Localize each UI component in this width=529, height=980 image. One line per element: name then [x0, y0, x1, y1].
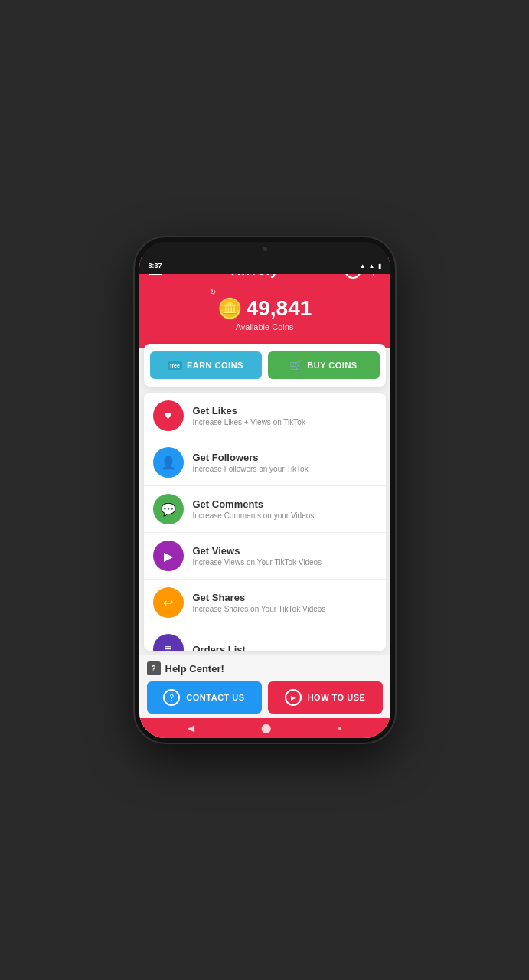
get-likes-title: Get Likes: [193, 405, 305, 416]
refresh-icon[interactable]: ↻: [210, 288, 216, 296]
list-item-get-shares[interactable]: ↩ Get Shares Increase Shares on Your Tik…: [144, 580, 386, 626]
list-item-get-views[interactable]: ▶ Get Views Increase Views on Your TikTo…: [144, 533, 386, 580]
action-buttons-card: free EARN COINS 🛒 BUY COINS: [144, 344, 386, 387]
get-followers-title: Get Followers: [193, 452, 309, 463]
contact-icon: ?: [163, 689, 180, 706]
menu-list: ♥ Get Likes Increase Likes + Views on Ti…: [144, 393, 386, 651]
side-button-right: [393, 334, 395, 364]
get-likes-text: Get Likes Increase Likes + Views on TikT…: [193, 405, 305, 426]
coins-amount: 49,841: [247, 296, 312, 321]
get-shares-title: Get Shares: [193, 592, 326, 603]
get-comments-icon: 💬: [153, 494, 184, 524]
help-title-row: ? Help Center!: [147, 662, 383, 675]
list-item-get-followers[interactable]: 👤 Get Followers Increase Followers on yo…: [144, 439, 386, 486]
get-views-text: Get Views Increase Views on Your TikTok …: [193, 545, 322, 567]
screen: 8:37 ▲ ▲ ▮ TikToly ? ⋮ ↻: [139, 257, 390, 738]
get-followers-subtitle: Increase Followers on your TikTok: [193, 465, 309, 473]
bottom-navigation: ◀ ⬤ ▪: [139, 718, 390, 738]
battery-icon: ▮: [378, 263, 381, 270]
orders-list-title: Orders List: [193, 644, 246, 652]
get-shares-text: Get Shares Increase Shares on Your TikTo…: [193, 592, 326, 613]
get-comments-title: Get Comments: [193, 498, 315, 510]
signal-icon: ▲: [369, 263, 375, 270]
help-question-icon: ?: [147, 662, 161, 675]
status-time: 8:37: [149, 262, 162, 270]
get-shares-icon: ↩: [153, 587, 184, 618]
status-icons: ▲ ▲ ▮: [360, 263, 381, 270]
get-views-title: Get Views: [193, 545, 322, 557]
buy-coins-button[interactable]: 🛒 BUY COINS: [268, 351, 380, 379]
cart-icon: 🛒: [289, 359, 302, 371]
get-followers-icon: 👤: [153, 447, 184, 478]
earn-coins-label: EARN COINS: [187, 361, 243, 370]
orders-list-text: Orders List: [193, 644, 246, 652]
how-to-use-button[interactable]: HOW TO USE: [268, 681, 383, 714]
earn-coins-button[interactable]: free EARN COINS: [150, 351, 262, 379]
help-buttons: ? CONTACT US HOW TO USE: [147, 681, 383, 714]
buy-coins-label: BUY COINS: [307, 361, 357, 370]
help-center-title: Help Center!: [165, 663, 224, 675]
nav-back-button[interactable]: ◀: [188, 723, 194, 733]
nav-recent-button[interactable]: ▪: [338, 723, 341, 733]
get-comments-subtitle: Increase Comments on your Videos: [193, 511, 315, 520]
get-likes-subtitle: Increase Likes + Views on TikTok: [193, 418, 305, 426]
get-comments-text: Get Comments Increase Comments on your V…: [193, 498, 315, 520]
coins-display: 🪙 49,841: [217, 296, 312, 321]
list-item-get-comments[interactable]: 💬 Get Comments Increase Comments on your…: [144, 486, 386, 533]
phone-camera: [263, 247, 267, 251]
coins-label: Available Coins: [236, 322, 294, 332]
phone-shell: 8:37 ▲ ▲ ▮ TikToly ? ⋮ ↻: [135, 237, 395, 743]
get-views-subtitle: Increase Views on Your TikTok Videos: [193, 558, 322, 567]
get-likes-icon: ♥: [153, 400, 184, 431]
coins-area: ↻ 🪙 49,841 Available Coins: [149, 285, 381, 338]
nav-home-button[interactable]: ⬤: [261, 723, 271, 733]
how-to-use-label: HOW TO USE: [308, 693, 366, 702]
list-item-get-likes[interactable]: ♥ Get Likes Increase Likes + Views on Ti…: [144, 393, 386, 439]
get-shares-subtitle: Increase Shares on Your TikTok Videos: [193, 605, 326, 613]
get-views-icon: ▶: [153, 541, 184, 571]
status-bar: 8:37 ▲ ▲ ▮: [139, 257, 390, 274]
orders-list-icon: ≡: [153, 634, 184, 651]
coin-stack-icon: 🪙: [217, 297, 242, 321]
list-item-orders-list[interactable]: ≡ Orders List: [144, 626, 386, 651]
get-followers-text: Get Followers Increase Followers on your…: [193, 452, 309, 473]
wifi-icon: ▲: [360, 263, 366, 270]
free-badge: free: [168, 361, 182, 370]
contact-us-button[interactable]: ? CONTACT US: [147, 681, 262, 714]
contact-us-label: CONTACT US: [186, 693, 244, 702]
play-icon: [285, 689, 302, 706]
help-section: ? Help Center! ? CONTACT US HOW TO USE: [139, 655, 390, 718]
